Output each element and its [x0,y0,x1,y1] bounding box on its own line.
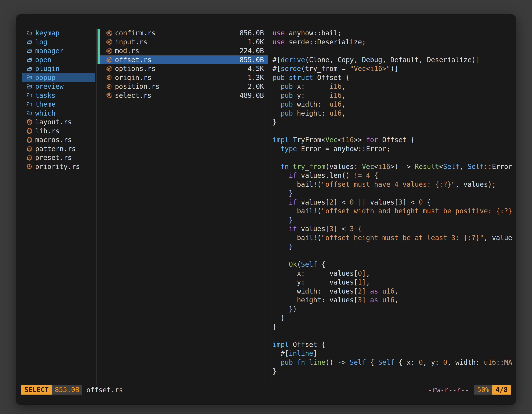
selection-marker [97,29,100,38]
folder-icon [26,66,33,72]
sidebar-dir-item[interactable]: manager [22,47,95,55]
file-manager-panes: keymap log manager open plugin popup pre… [16,14,516,385]
code-line: type Error = anyhow::Error; [273,144,516,154]
code-line: impl TryFrom<Vec<i16>> for Offset { [273,135,516,144]
selection-marker [97,73,100,82]
sidebar-dir-item[interactable]: R pattern.rs [22,144,95,154]
file-name: priority.rs [35,163,80,171]
code-line: } [273,189,516,198]
sidebar-dir-item[interactable]: R preset.rs [22,153,95,162]
file-size: 855.0B [240,56,264,64]
code-line: x: values[0], [273,269,516,278]
sidebar-dir-item[interactable]: tasks [22,91,95,100]
code-line: Ok(Self { [273,260,516,269]
rust-file-icon: R [106,48,113,54]
code-line [273,251,516,260]
svg-text:R: R [28,129,31,133]
file-name: mod.rs [115,47,139,55]
file-row-content: R mod.rs 224.0B [100,47,268,55]
code-line: if values.len() != 4 { [273,171,516,180]
file-row-content: R select.rs 489.0B [100,91,268,100]
code-line: height: values[3] as u16, [273,296,516,305]
sidebar-dir-item[interactable]: preview [22,82,95,91]
file-name: preview [35,82,64,90]
file-list-item[interactable]: R position.rs 2.0K [97,82,270,91]
file-row-content: R position.rs 2.0K [100,82,268,91]
svg-text:R: R [28,147,31,151]
file-list-item[interactable]: R mod.rs 224.0B [97,47,270,55]
svg-text:R: R [28,120,31,124]
code-line: } [273,216,516,225]
file-list-item[interactable]: R offset.rs 855.0B [97,55,270,64]
page: { "colors": { "page_bg": "#3b3b3b", "win… [0,0,532,414]
svg-text:R: R [28,165,31,168]
code-line: pub width: u16, [273,100,516,109]
rust-file-icon: R [106,92,113,99]
selection-marker [97,38,100,47]
svg-text:R: R [108,49,110,53]
sidebar-dir-item[interactable]: R priority.rs [22,162,95,171]
file-list-item[interactable]: R input.rs 1.0K [97,38,270,47]
sidebar-dir-item[interactable]: plugin [22,64,95,73]
selection-marker [97,82,100,91]
code-line: use anyhow::bail; [273,29,516,38]
svg-text:R: R [108,76,110,79]
svg-text:R: R [108,94,110,97]
file-name: position.rs [115,82,160,90]
rust-file-icon: R [106,39,113,45]
file-size: 4.5K [248,65,264,73]
svg-text:R: R [28,156,31,159]
status-bar: SELECT 855.0B offset.rs -rw-r--r-- 50% 4… [21,385,511,395]
preview-pane[interactable]: use anyhow::bail;use serde::Deserialize;… [270,29,516,385]
file-name: which [35,109,55,117]
sidebar-dir-item[interactable]: open [22,55,95,64]
terminal-file-manager-window: keymap log manager open plugin popup pre… [16,14,516,405]
file-list-item[interactable]: R confirm.rs 856.0B [97,29,270,38]
code-line: if values[3] < 3 { [273,224,516,233]
folder-icon [26,30,33,36]
sidebar-dir-item[interactable]: which [22,109,95,118]
code-line: }) [273,305,516,314]
code-line [273,153,516,162]
folder-icon [26,92,33,99]
folder-icon [26,101,33,108]
file-name: preset.rs [35,154,72,162]
file-name: lib.rs [35,127,59,135]
file-list-item[interactable]: R select.rs 489.0B [97,91,270,100]
file-list-item[interactable]: R origin.rs 1.3K [97,73,270,82]
code-line: pub fn line() -> Self { Self { x: 0, y: … [273,358,516,367]
file-size: 489.0B [240,91,264,99]
code-line: } [273,242,516,251]
folder-icon [26,74,33,81]
file-name: theme [35,100,55,108]
code-line: } [273,367,516,376]
sidebar-dir-item[interactable]: R layout.rs [22,118,95,127]
selection-marker [97,47,100,55]
code-line: fn try_from(values: Vec<i16>) -> Result<… [273,162,516,171]
sidebar-dir-item[interactable]: keymap [22,29,95,38]
file-row-content: R origin.rs 1.3K [100,73,268,82]
file-size-badge: 855.0B [52,385,82,395]
code-line: bail!("offset height must be at least 3:… [273,233,516,242]
file-list-item[interactable]: R options.rs 4.5K [97,64,270,73]
sidebar-dir-item[interactable]: R lib.rs [22,127,95,136]
code-line: pub height: u16, [273,109,516,118]
code-line: pub x: i16, [273,82,516,91]
file-row-content: R confirm.rs 856.0B [100,29,268,38]
code-line: impl Offset { [273,340,516,349]
code-line [273,47,516,55]
sidebar-dir-item[interactable]: popup [22,73,95,82]
cursor-position-badge: 4/8 [492,385,511,395]
code-line: #[inline] [273,349,516,358]
code-line: #[serde(try_from = "Vec<i16>")] [273,64,516,73]
file-name: manager [35,47,64,55]
sidebar-dir-item[interactable]: theme [22,100,95,109]
svg-text:R: R [108,31,110,35]
folder-icon [26,110,33,116]
svg-text:R: R [108,40,110,44]
selection-marker [97,55,100,64]
code-line: bail!("offset width and height must be p… [273,207,516,216]
sidebar-dir-item[interactable]: log [22,38,95,47]
sidebar-dir-item[interactable]: R macros.rs [22,135,95,144]
code-line [273,127,516,136]
